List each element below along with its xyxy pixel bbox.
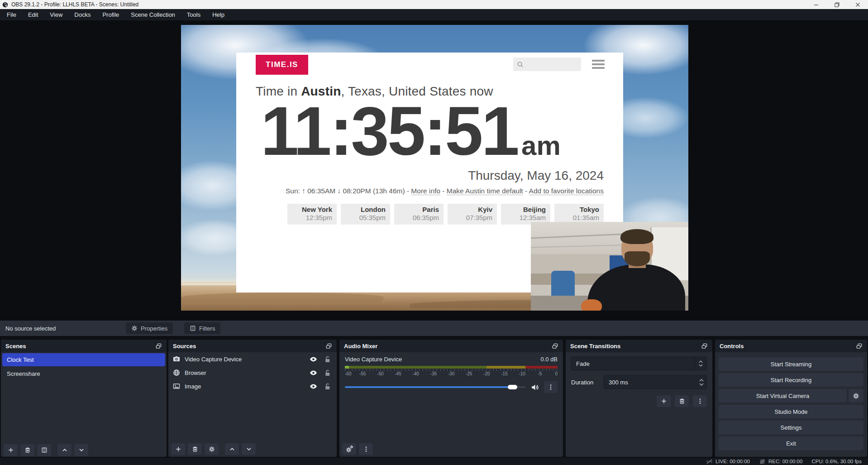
dock-popout-icon[interactable] [856,343,863,350]
sources-panel: Sources Video Capture Device Browser Ima… [168,340,337,457]
sun-info-line: Sun: ↑ 06:35AM ↓ 08:20PM (13h 46m) - Mor… [286,187,604,195]
scenes-panel-header: Scenes [1,340,167,352]
start-recording-button[interactable]: Start Recording [719,373,863,387]
menu-help[interactable]: Help [206,9,230,20]
remove-scene-button[interactable] [20,444,34,456]
menu-file[interactable]: File [1,9,22,20]
volume-meter [345,366,558,369]
remove-source-button[interactable] [188,443,202,455]
window-title: OBS 29.1.2 - Profile: LLHLS BETA - Scene… [11,1,138,8]
speaker-mute-icon[interactable] [531,384,539,391]
source-status-text: No source selected [5,325,56,332]
menu-edit[interactable]: Edit [22,9,44,20]
remove-transition-button[interactable] [675,395,689,407]
menu-scene-collection[interactable]: Scene Collection [125,9,181,20]
transition-properties-button[interactable] [693,395,707,407]
close-button[interactable] [847,0,868,9]
visibility-eye-icon[interactable] [310,383,317,390]
source-row-video-capture[interactable]: Video Capture Device [168,352,337,366]
volume-slider-handle[interactable] [508,385,517,389]
gear-icon [209,446,215,452]
add-source-button[interactable] [171,443,185,455]
current-date: Thursday, May 16, 2024 [468,168,604,183]
scene-item-screenshare[interactable]: Screenshare [2,367,165,380]
scenes-toolbar [4,444,88,456]
source-row-browser[interactable]: Browser [168,366,337,379]
move-source-down-button[interactable] [242,443,256,455]
source-toolbar: No source selected Properties Filters [0,321,868,336]
menu-tools[interactable]: Tools [181,9,206,20]
live-status: LIVE: 00:00:00 [706,459,750,465]
menu-view[interactable]: View [44,9,68,20]
add-transition-button[interactable] [657,395,671,407]
start-virtual-camera-button[interactable]: Start Virtual Camera [719,389,847,403]
trash-icon [192,446,198,452]
mixer-channel-name: Video Capture Device [345,356,402,363]
studio-mode-button[interactable]: Studio Mode [719,405,863,418]
dock-popout-icon[interactable] [552,343,558,350]
city-box: Paris06:35pm [394,204,444,225]
exit-button[interactable]: Exit [719,436,863,450]
dock-popout-icon[interactable] [701,343,708,350]
visibility-eye-icon[interactable] [310,369,317,377]
more-info-link: More info [411,187,440,195]
obs-logo-icon [2,2,8,8]
preview-canvas[interactable]: TIME.IS Time in Austin, Texas, United St… [181,25,688,311]
trash-icon [24,447,31,453]
transition-select[interactable]: Fade [571,357,707,370]
start-streaming-button[interactable]: Start Streaming [719,357,863,371]
lock-icon[interactable] [324,355,331,363]
restore-button[interactable] [826,0,847,9]
dock-popout-icon[interactable] [325,343,332,350]
mixer-options-button[interactable] [544,381,558,393]
menu-docks[interactable]: Docks [68,9,96,20]
settings-button[interactable]: Settings [719,421,863,434]
scene-item-clock-test[interactable]: Clock Test [2,353,165,366]
visibility-eye-icon[interactable] [310,355,317,363]
volume-slider[interactable] [345,384,525,390]
scene-filters-button[interactable] [37,444,51,456]
source-row-image[interactable]: Image [168,379,337,393]
duration-value: 300 ms [609,379,628,386]
mixer-toolbar [342,443,373,455]
lock-icon[interactable] [324,383,331,390]
title-bar: OBS 29.1.2 - Profile: LLHLS BETA - Scene… [0,0,868,9]
city-box: New York12:35pm [287,204,337,225]
filters-button[interactable]: Filters [184,322,220,334]
duration-label: Duration [571,379,604,386]
source-label: Browser [185,369,305,376]
kebab-icon [363,446,369,452]
source-label: Video Capture Device [185,356,305,363]
lock-icon[interactable] [324,369,331,377]
virtual-camera-config-button[interactable] [849,389,863,403]
record-inactive-icon [759,459,766,465]
add-scene-button[interactable] [4,444,18,456]
status-bar: LIVE: 00:00:00 REC: 00:00:00 CPU: 0.6%, … [0,458,868,465]
dual-gear-icon [346,446,353,453]
advanced-audio-button[interactable] [342,443,356,455]
rec-status: REC: 00:00:00 [759,459,802,465]
big-clock: 11:35:51am [261,95,561,167]
plus-icon [175,446,181,452]
kebab-icon [548,384,554,390]
spin-up-icon[interactable] [699,379,704,382]
spin-down-icon[interactable] [699,383,704,386]
make-default-link: Make Austin time default [447,187,523,195]
source-properties-button[interactable] [205,443,219,455]
controls-title: Controls [720,343,744,350]
duration-spinbox[interactable]: 300 ms [604,375,707,389]
minimize-button[interactable] [806,0,826,9]
filters-label: Filters [199,325,215,332]
mixer-menu-button[interactable] [359,443,373,455]
move-scene-down-button[interactable] [74,444,88,456]
webcam-overlay[interactable] [531,222,688,311]
dock-popout-icon[interactable] [155,343,162,350]
audio-mixer-panel: Audio Mixer Video Capture Device 0.0 dB … [339,340,563,457]
properties-button[interactable]: Properties [126,322,173,334]
move-scene-up-button[interactable] [57,444,72,456]
plus-icon [8,447,14,453]
menu-profile[interactable]: Profile [96,9,125,20]
city-box: London05:35pm [341,204,390,225]
webcam-chair [551,271,575,297]
move-source-up-button[interactable] [225,443,239,455]
